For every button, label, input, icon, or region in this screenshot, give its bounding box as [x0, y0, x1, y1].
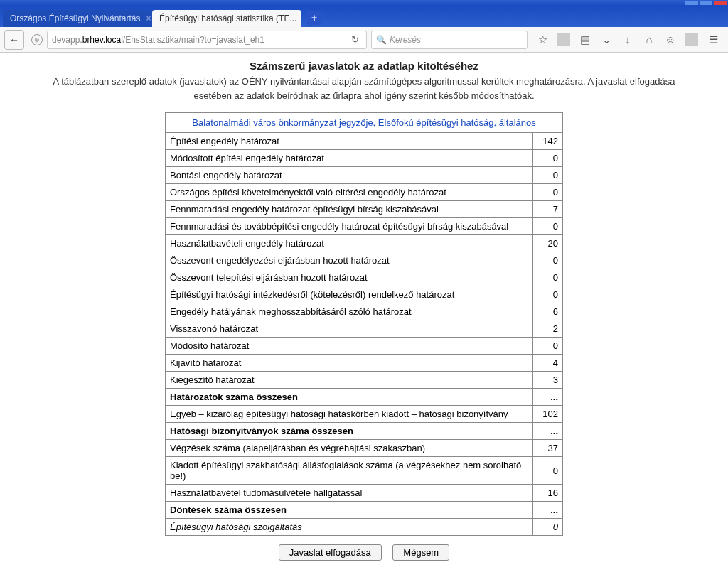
table-row: Használatbavétel tudomásulvétele hallgat…: [166, 485, 563, 502]
row-label: Országos építési követelményektől való e…: [166, 184, 533, 201]
search-icon: 🔍: [376, 35, 387, 45]
cancel-button[interactable]: Mégsem: [392, 544, 449, 561]
home-icon[interactable]: ⌂: [643, 33, 655, 45]
row-label: Kijavító határozat: [166, 355, 533, 372]
site-identity-icon[interactable]: ⊕: [31, 34, 43, 45]
window-close-button[interactable]: [714, 1, 727, 5]
row-value: 102: [533, 406, 563, 423]
row-label: Kiadott építésügyi szakhatósági állásfog…: [166, 457, 533, 485]
row-label: Végzések száma (alapeljárásban és végreh…: [166, 440, 533, 457]
divider: [557, 33, 570, 46]
table-row: Fennmaradási engedély határozat építésüg…: [166, 201, 563, 218]
reader-icon[interactable]: ▤: [579, 33, 592, 46]
reload-icon[interactable]: ↻: [348, 34, 362, 45]
row-value: 3: [533, 372, 563, 389]
row-label: Visszavonó határozat: [166, 320, 533, 338]
divider: [685, 33, 698, 46]
stats-table: Balatonalmádi város önkormányzat jegyzőj…: [165, 112, 563, 536]
table-row: Kiegészítő határozat3: [166, 372, 563, 389]
row-value: 0: [533, 150, 563, 167]
row-label: Építési engedély határozat: [166, 133, 533, 150]
page-content[interactable]: Számszerű javaslatok az adatlap kitöltés…: [0, 53, 728, 577]
table-row: Visszavonó határozat2: [166, 320, 563, 338]
search-placeholder: Keresés: [390, 35, 523, 45]
row-value: ...: [533, 389, 563, 406]
row-label: Használatbavétel tudomásulvétele hallgat…: [166, 485, 533, 502]
table-row: Építésügyi hatósági szolgáltatás0: [166, 519, 563, 536]
new-tab-button[interactable]: +: [307, 11, 321, 25]
row-value: 0: [533, 338, 563, 355]
window-maximize-button[interactable]: [700, 1, 712, 5]
browser-navbar: ← ⊕ devapp.brhev.local/EhsStatisztika/ma…: [0, 27, 728, 53]
row-label: Fennmaradási és továbbépítési engedély h…: [166, 218, 533, 235]
bookmark-icon[interactable]: ☆: [536, 33, 549, 46]
row-label: Fennmaradási engedély határozat építésüg…: [166, 201, 533, 218]
toolbar-icons: ☆ ▤ ⌄ ↓ ⌂ ☺ ☰: [532, 33, 724, 46]
table-row: Fennmaradási és továbbépítési engedély h…: [166, 218, 563, 235]
address-bar[interactable]: devapp.brhev.local/EhsStatisztika/main?t…: [47, 31, 367, 49]
row-label: Határozatok száma összesen: [166, 389, 533, 406]
row-value: ...: [533, 502, 563, 519]
search-input[interactable]: 🔍 Keresés: [371, 31, 528, 49]
row-value: 0: [533, 184, 563, 201]
row-label: Módosított építési engedély határozat: [166, 150, 533, 167]
table-row: Bontási engedély határozat0: [166, 167, 563, 184]
row-value: 0: [533, 218, 563, 235]
row-label: Döntések száma összesen: [166, 502, 533, 519]
tab-label: Országos Építésügyi Nyilvántartás: [10, 14, 140, 23]
row-label: Bontási engedély határozat: [166, 167, 533, 184]
browser-tab[interactable]: Országos Építésügyi Nyilvántartás ×: [3, 10, 152, 27]
row-value: 142: [533, 133, 563, 150]
accept-button[interactable]: Javaslat elfogadása: [279, 544, 382, 561]
row-label: Összevont engedélyezési eljárásban hozot…: [166, 252, 533, 269]
back-button[interactable]: ←: [4, 30, 24, 50]
menu-icon[interactable]: ☰: [707, 33, 719, 46]
row-value: 16: [533, 485, 563, 502]
row-value: 0: [533, 286, 563, 303]
table-row: Használatbavételi engedély határozat20: [166, 235, 563, 252]
row-value: 0: [533, 457, 563, 485]
row-label: Módosító határozat: [166, 338, 533, 355]
row-value: 37: [533, 440, 563, 457]
row-label: Építésügyi hatósági intézkedésről (kötel…: [166, 286, 533, 303]
sync-icon[interactable]: ☺: [664, 33, 677, 45]
row-label: Összevont telepítési eljárásban hozott h…: [166, 269, 533, 286]
table-row: Módosított építési engedély határozat0: [166, 150, 563, 167]
button-row: Javaslat elfogadása Mégsem: [0, 544, 728, 561]
table-row: Döntések száma összesen...: [166, 502, 563, 519]
table-row: Módosító határozat0: [166, 338, 563, 355]
window-minimize-button[interactable]: [685, 1, 698, 5]
table-row: Építési engedély határozat142: [166, 133, 563, 150]
row-value: 7: [533, 201, 563, 218]
window-titlebar: [0, 0, 728, 6]
table-row: Építésügyi hatósági intézkedésről (kötel…: [166, 286, 563, 303]
row-value: 0: [533, 519, 563, 536]
row-label: Használatbavételi engedély határozat: [166, 235, 533, 252]
page-title: Számszerű javaslatok az adatlap kitöltés…: [0, 60, 728, 72]
table-row: Végzések száma (alapeljárásban és végreh…: [166, 440, 563, 457]
row-label: Engedély hatályának meghosszabbításáról …: [166, 303, 533, 320]
pocket-icon[interactable]: ⌄: [600, 33, 613, 46]
downloads-icon[interactable]: ↓: [621, 33, 634, 45]
url-text: devapp.brhev.local/EhsStatisztika/main?t…: [52, 35, 348, 45]
table-row: Összevont telepítési eljárásban hozott h…: [166, 269, 563, 286]
browser-tab-active[interactable]: Építésügyi hatósági statisztika (TE... ×: [152, 10, 301, 27]
table-row: Összevont engedélyezési eljárásban hozot…: [166, 252, 563, 269]
row-value: 0: [533, 252, 563, 269]
close-icon[interactable]: ×: [146, 14, 151, 23]
table-row: Kiadott építésügyi szakhatósági állásfog…: [166, 457, 563, 485]
row-label: Kiegészítő határozat: [166, 372, 533, 389]
table-header-link[interactable]: Balatonalmádi város önkormányzat jegyzőj…: [166, 113, 563, 133]
table-row: Kijavító határozat4: [166, 355, 563, 372]
table-row: Hatósági bizonyítványok száma összesen..…: [166, 423, 563, 440]
row-label: Hatósági bizonyítványok száma összesen: [166, 423, 533, 440]
table-row: Határozatok száma összesen...: [166, 389, 563, 406]
page-description: A táblázatban szereplő adatok (javaslato…: [51, 75, 677, 102]
row-value: 2: [533, 320, 563, 338]
row-value: 20: [533, 235, 563, 252]
row-value: 0: [533, 167, 563, 184]
row-value: 4: [533, 355, 563, 372]
row-value: ...: [533, 423, 563, 440]
row-value: 6: [533, 303, 563, 320]
table-row: Országos építési követelményektől való e…: [166, 184, 563, 201]
